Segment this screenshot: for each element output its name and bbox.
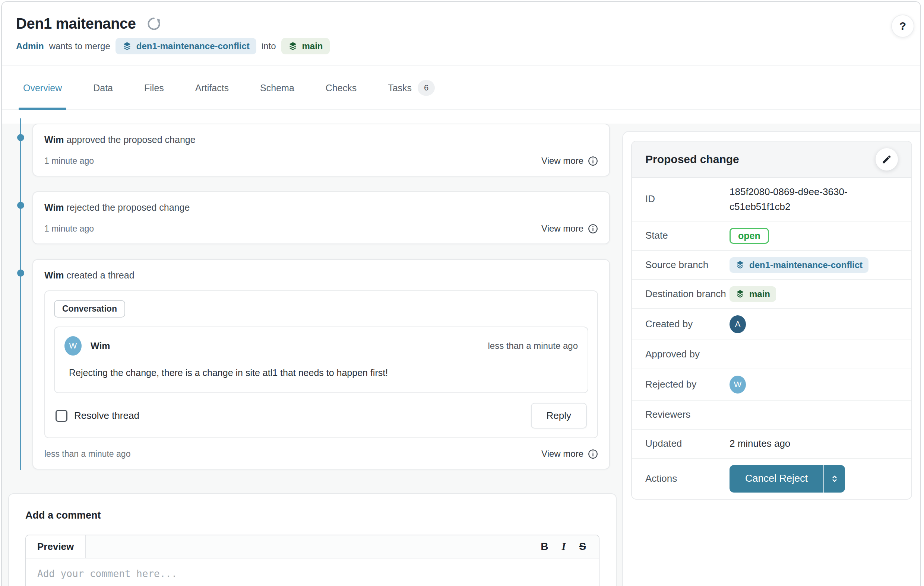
info-icon [588,449,598,459]
avatar[interactable]: A [729,315,746,333]
into-text: into [262,41,276,51]
merge-summary: Admin wants to merge den1-maintenance-co… [16,38,905,54]
row-destination-branch: Destination branch main [632,279,911,308]
event-card-thread: Wim created a thread Conversation W Wim … [32,259,610,469]
comment-author: Wim [91,341,479,351]
event-card-rejected: Wim rejected the proposed change 1 minut… [32,191,610,244]
editor-toolbar: Preview B I S [26,535,599,558]
proposed-change-card: Proposed change ID 185f2080-0869-d9ee-36… [631,141,912,500]
avatar[interactable]: W [729,376,746,393]
source-branch-badge[interactable]: den1-maintenance-conflict [116,38,256,54]
tab-artifacts[interactable]: Artifacts [195,66,229,109]
event-title: Wim approved the proposed change [45,134,598,145]
row-reviewers: Reviewers [632,400,911,429]
avatar: W [64,336,82,356]
add-comment-heading: Add a comment [25,510,599,521]
resolve-thread-label: Resolve thread [74,410,139,421]
event-timestamp: less than a minute ago [45,449,130,459]
dest-branch-badge[interactable]: main [729,286,776,302]
app-window: Den1 maitenance Admin wants to merge den… [1,1,921,586]
view-more-link[interactable]: View more [541,156,598,166]
unfold-caret-icon [830,474,840,484]
row-approved-by: Approved by [632,339,911,369]
view-more-link[interactable]: View more [541,449,598,459]
comment-editor: Preview B I S [25,535,599,586]
source-branch-label: den1-maintenance-conflict [136,41,250,51]
details-sidebar: Proposed change ID 185f2080-0869-d9ee-36… [622,131,920,586]
edit-button[interactable] [876,148,898,171]
bold-button[interactable]: B [541,541,548,553]
event-timeline: Wim approved the proposed change 1 minut… [32,123,610,469]
dest-branch-label: main [302,41,323,51]
thread-comment: W Wim less than a minute ago Rejecting t… [54,326,588,393]
overview-content: Wim approved the proposed change 1 minut… [2,123,920,586]
branch-layers-icon [122,41,132,51]
tab-files[interactable]: Files [144,66,164,109]
help-button[interactable]: ? [891,15,914,38]
cancel-reject-button[interactable]: Cancel Reject [729,465,823,492]
tab-tasks[interactable]: Tasks 6 [388,66,435,109]
thread-panel: Conversation W Wim less than a minute ag… [45,290,598,438]
view-more-link[interactable]: View more [541,223,598,234]
source-branch-badge[interactable]: den1-maintenance-conflict [729,257,868,273]
row-source-branch: Source branch den1-maintenance-conflict [632,250,911,279]
comment-body: Rejecting the change, there is a change … [69,367,578,378]
tab-data[interactable]: Data [93,66,113,109]
actions-button-group: Cancel Reject [729,465,845,492]
dest-branch-badge[interactable]: main [281,38,330,54]
source-branch-label: den1-maintenance-conflict [749,260,863,270]
conversation-badge: Conversation [54,300,125,318]
event-title: Wim created a thread [45,270,598,281]
event-card-approved: Wim approved the proposed change 1 minut… [32,123,610,176]
sidebar-title: Proposed change [645,153,739,166]
add-comment-section: Add a comment Preview B I S [8,493,617,586]
tab-overview[interactable]: Overview [23,66,62,109]
event-timestamp: 1 minute ago [45,224,94,234]
updated-value: 2 minutes ago [729,436,790,451]
refresh-icon[interactable] [146,16,162,32]
tab-schema[interactable]: Schema [260,66,294,109]
event-title: Wim rejected the proposed change [45,202,598,213]
comment-input[interactable] [26,558,599,586]
id-value: 185f2080-0869-d9ee-3630-c51eb51f1cb2 [729,184,890,214]
branch-layers-icon [736,289,745,299]
strikethrough-button[interactable]: S [579,541,586,553]
resolve-thread-control: Resolve thread [56,410,139,422]
tab-checks[interactable]: Checks [326,66,356,109]
pencil-icon [881,154,892,165]
state-badge: open [729,228,769,244]
reply-button[interactable]: Reply [531,403,587,428]
author-link[interactable]: Admin [16,41,44,51]
branch-layers-icon [736,260,745,270]
tasks-count-badge: 6 [417,80,435,95]
row-state: State open [632,221,911,250]
resolve-thread-checkbox[interactable] [56,410,68,422]
dest-branch-label: main [749,289,770,300]
preview-tab[interactable]: Preview [26,535,86,558]
row-id: ID 185f2080-0869-d9ee-3630-c51eb51f1cb2 [632,178,911,221]
event-timestamp: 1 minute ago [45,156,94,166]
page-title: Den1 maitenance [16,15,136,32]
page-header: Den1 maitenance Admin wants to merge den… [2,2,920,66]
row-rejected-by: Rejected by W [632,369,911,400]
italic-button[interactable]: I [561,541,566,553]
row-created-by: Created by A [632,308,911,339]
tab-bar: Overview Data Files Artifacts Schema Che… [2,66,920,110]
merge-action-text: wants to merge [49,41,110,51]
row-updated: Updated 2 minutes ago [632,429,911,458]
actions-dropdown-button[interactable] [823,465,845,492]
row-actions: Actions Cancel Reject [632,458,911,499]
comment-timestamp: less than a minute ago [488,341,578,351]
info-icon [588,156,598,166]
info-icon [588,224,598,234]
branch-layers-icon [288,41,298,51]
